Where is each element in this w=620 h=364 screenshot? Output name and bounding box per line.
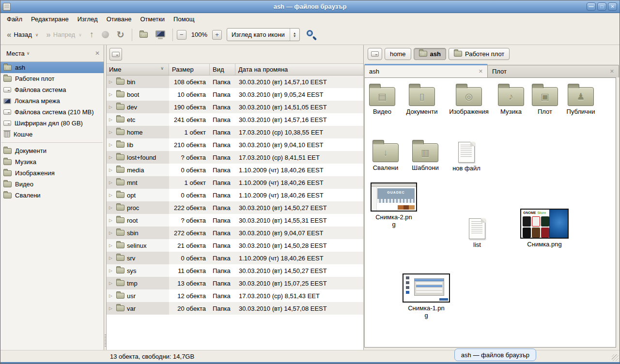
zoom-in-button[interactable]: +	[212, 30, 222, 40]
table-row[interactable]: ▷tmp13 обектаПапка30.03.2010 (вт) 15,07,…	[107, 277, 363, 289]
menu-item-1[interactable]: Редактиране	[27, 14, 73, 24]
expander-icon[interactable]: ▷	[109, 117, 114, 122]
sidebar-item-Документи[interactable]: Документи	[0, 145, 104, 156]
menu-item-0[interactable]: Файл	[2, 14, 27, 24]
expander-icon[interactable]: ▷	[109, 193, 114, 197]
sidebar-item-Кошче[interactable]: Кошче	[0, 129, 104, 140]
expander-icon[interactable]: ▷	[109, 281, 114, 286]
expander-icon[interactable]: ▷	[109, 79, 114, 84]
breadcrumb-Работен плот[interactable]: Работен плот	[449, 48, 510, 60]
table-row[interactable]: ▷etc241 обектаПапка30.03.2010 (вт) 14,57…	[107, 113, 363, 126]
icon-view[interactable]: ▤Видео▯Документи◎Изображения♪Музика▣Плот…	[364, 77, 616, 348]
icon-item-Изображения[interactable]: ◎Изображения	[447, 83, 491, 115]
expander-icon[interactable]: ▷	[109, 142, 114, 147]
expander-icon[interactable]: ▷	[109, 268, 114, 273]
table-row[interactable]: ▷var20 обектаПапка30.03.2010 (вт) 14,57,…	[107, 302, 363, 315]
breadcrumb-home[interactable]: home	[385, 48, 411, 60]
home-button[interactable]: ⌂	[136, 30, 151, 40]
table-row[interactable]: ▷dev190 обектаПапка30.03.2010 (вт) 14,51…	[107, 101, 363, 113]
icon-item-Публични[interactable]: ♟Публични	[560, 83, 601, 115]
view-mode-select[interactable]: Изглед като икони ▲▼	[227, 28, 300, 41]
sidebar-item-Работен плот[interactable]: Работен плот	[0, 73, 104, 84]
expander-icon[interactable]: ▷	[109, 243, 114, 248]
back-dropdown-icon[interactable]: ∨	[35, 32, 39, 37]
root-location-button[interactable]	[109, 48, 122, 61]
table-row[interactable]: ▷root? обектаПапка30.03.2010 (вт) 14,55,…	[107, 214, 363, 227]
expander-icon[interactable]: ▷	[109, 92, 114, 97]
sidebar-item-Музика[interactable]: Музика	[0, 156, 104, 167]
up-button[interactable]: ↑	[86, 27, 97, 42]
column-header-date[interactable]: Дата на промяна	[235, 64, 363, 75]
icon-item-Документи[interactable]: ▯Документи	[401, 83, 443, 115]
expander-icon[interactable]: ▷	[109, 130, 114, 135]
pane-splitter[interactable]	[104, 45, 107, 350]
breadcrumb-root[interactable]	[368, 48, 382, 60]
search-button[interactable]	[306, 29, 317, 41]
table-row[interactable]: ▷mnt1 обектПапка1.10.2009 (чт) 18,40,26 …	[107, 176, 363, 189]
tab-close-icon[interactable]: ✕	[479, 68, 483, 75]
table-row[interactable]: ▷media0 обектаПапка1.10.2009 (чт) 18,40,…	[107, 164, 363, 176]
table-row[interactable]: ▷sys11 обектаПапка30.03.2010 (вт) 14,50,…	[107, 264, 363, 277]
icon-item-Видео[interactable]: ▤Видео	[366, 83, 398, 115]
expander-icon[interactable]: ▷	[109, 167, 114, 172]
table-row[interactable]: ▷selinux21 обектаПапка30.03.2010 (вт) 14…	[107, 239, 363, 252]
table-row[interactable]: ▷home1 обектПапка17.03.2010 (ср) 10,38,5…	[107, 126, 363, 138]
expander-icon[interactable]: ▷	[109, 230, 114, 235]
expander-icon[interactable]: ▷	[109, 105, 114, 109]
sidebar-item-Шифриран дял (80 GB)[interactable]: Шифриран дял (80 GB)	[0, 118, 104, 129]
sidebar-header[interactable]: Места ∨ ✕	[0, 45, 104, 61]
table-row[interactable]: ▷opt0 обектаПапка1.10.2009 (чт) 18,40,26…	[107, 189, 363, 201]
minimize-button[interactable]: —	[587, 2, 596, 11]
expander-icon[interactable]: ▷	[109, 306, 114, 311]
table-row[interactable]: ▷sbin272 обектаПапка30.03.2010 (вт) 9,04…	[107, 227, 363, 239]
expander-icon[interactable]: ▷	[109, 218, 114, 223]
icon-item-Свалени[interactable]: ↓Свалени	[368, 139, 403, 171]
icon-item-list[interactable]: list	[461, 215, 494, 248]
menu-item-5[interactable]: Помощ	[169, 14, 199, 24]
zoom-out-button[interactable]: −	[177, 30, 186, 40]
titlebar[interactable]: ash — файлов браузър —□✕	[0, 0, 620, 13]
expander-icon[interactable]: ▷	[109, 256, 114, 260]
menu-item-2[interactable]: Изглед	[73, 14, 102, 24]
tab-ash[interactable]: ash✕	[364, 64, 488, 77]
sidebar-item-Видео[interactable]: Видео	[0, 179, 104, 190]
sidebar-item-Файлова система[interactable]: Файлова система	[0, 84, 104, 95]
sidebar-item-Локална мрежа[interactable]: Локална мрежа	[0, 95, 104, 106]
table-row[interactable]: ▷lib210 обектаПапка30.03.2010 (вт) 9,04,…	[107, 138, 363, 151]
stop-button[interactable]	[98, 29, 112, 41]
column-header-name[interactable]: Име ∨	[107, 64, 169, 75]
back-button[interactable]: « Назад ∨	[3, 29, 42, 41]
icon-item-нов файл[interactable]: нов файл	[447, 139, 486, 172]
tab-close-icon[interactable]: ✕	[610, 68, 614, 75]
menu-item-3[interactable]: Отиване	[102, 14, 136, 24]
breadcrumb-ash[interactable]: ⌂ash	[414, 48, 446, 60]
resize-grip[interactable]	[612, 354, 619, 361]
expander-icon[interactable]: ▷	[109, 205, 114, 210]
forward-dropdown-icon[interactable]: ∨	[78, 32, 82, 37]
taskbar-window-button[interactable]: ash — файлов браузър	[454, 349, 536, 361]
expander-icon[interactable]: ▷	[109, 155, 114, 160]
table-row[interactable]: ▷usr12 обектаПапка17.03.2010 (ср) 8,51,4…	[107, 289, 363, 302]
column-header-size[interactable]: Размер	[169, 64, 210, 75]
sidebar-item-Свалени[interactable]: Свалени	[0, 190, 104, 201]
icon-item-Снимка.png[interactable]: GNOMEStoreСнимка.png	[518, 209, 571, 248]
table-row[interactable]: ▷lost+found? обектаПапка17.03.2010 (ср) …	[107, 151, 363, 164]
forward-button[interactable]: » Напред ∨	[43, 29, 85, 41]
icon-item-Снимка-1.png[interactable]: Снимка-1.png	[401, 273, 452, 319]
icon-item-Плот[interactable]: ▣Плот	[530, 83, 559, 115]
spinner-icon[interactable]: ▲▼	[290, 29, 299, 41]
icon-item-Снимка-2.png[interactable]: GUADECСнимка-2.png	[369, 182, 419, 228]
menu-item-4[interactable]: Отметки	[136, 14, 169, 24]
sidebar-item-ash[interactable]: ⌂ash	[0, 62, 104, 73]
column-header-type[interactable]: Вид	[210, 64, 235, 75]
expander-icon[interactable]: ▷	[109, 180, 114, 185]
table-row[interactable]: ▷srv0 обектаПапка1.10.2009 (чт) 18,40,26…	[107, 252, 363, 264]
tab-Плот[interactable]: Плот✕	[488, 65, 619, 77]
computer-button[interactable]	[152, 28, 169, 41]
table-row[interactable]: ▷bin108 обектаПапка30.03.2010 (вт) 14,57…	[107, 76, 363, 88]
sidebar-close-icon[interactable]: ✕	[95, 50, 100, 57]
expander-icon[interactable]: ▷	[109, 293, 114, 298]
icon-item-Музика[interactable]: ♪Музика	[494, 83, 528, 115]
icon-item-Шаблони[interactable]: ▥Шаблони	[406, 139, 444, 171]
reload-button[interactable]: ↻	[113, 27, 128, 43]
